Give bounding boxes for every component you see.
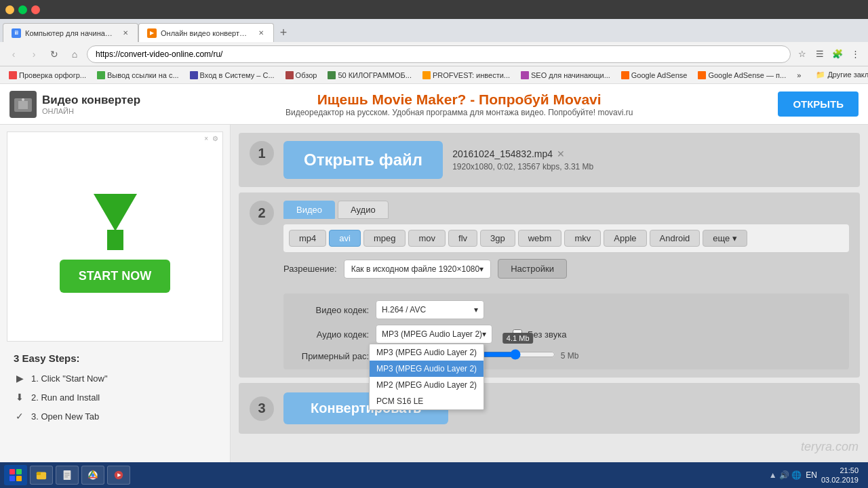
tab-close-1[interactable]: ✕ bbox=[258, 28, 265, 38]
resolution-row: Разрешение: Как в исходном файле 1920×10… bbox=[283, 259, 849, 279]
format-btn-android[interactable]: Android bbox=[650, 230, 701, 247]
forward-button[interactable]: › bbox=[26, 46, 42, 62]
header-promo: Ищешь Movie Maker? - Попробуй Movavi Вид… bbox=[150, 92, 768, 117]
easy-steps-title: 3 Easy Steps: bbox=[14, 352, 216, 364]
svg-rect-5 bbox=[9, 469, 15, 474]
open-file-button[interactable]: Открыть файл bbox=[283, 141, 443, 179]
star-icon[interactable]: ☆ bbox=[795, 47, 810, 62]
bookmark-5[interactable]: PROFVEST: инвести... bbox=[419, 70, 513, 81]
extensions-icon[interactable]: 🧩 bbox=[830, 47, 845, 62]
taskbar-media[interactable] bbox=[107, 466, 130, 485]
format-btn-apple[interactable]: Apple bbox=[604, 230, 646, 247]
other-bookmarks[interactable]: 📁 Другие закладки bbox=[812, 69, 868, 81]
video-codec-label: Видео кодек: bbox=[294, 305, 369, 315]
format-btn-avi[interactable]: avi bbox=[329, 230, 361, 247]
bookmark-label-5: PROFVEST: инвести... bbox=[433, 71, 510, 79]
size-max: 5 Mb bbox=[561, 351, 579, 361]
bookmark-8[interactable]: Google AdSense — п... bbox=[694, 70, 789, 81]
address-input[interactable] bbox=[87, 45, 791, 63]
taskbar-explorer[interactable] bbox=[30, 466, 53, 485]
site-logo: Видео конвертер ОНЛАЙН bbox=[9, 91, 140, 118]
refresh-button[interactable]: ↻ bbox=[46, 46, 62, 62]
start-now-button[interactable]: START NOW bbox=[60, 260, 171, 293]
taskbar: ▲ 🔊 🌐 EN 21:50 03.02.2019 bbox=[0, 462, 868, 488]
dropdown-item-1[interactable]: MP3 (MPEG Audio Layer 2) bbox=[370, 361, 484, 377]
ad-label: × bbox=[204, 135, 208, 142]
format-tab-video[interactable]: Видео bbox=[283, 201, 335, 219]
other-bookmarks-label: 📁 Другие закладки bbox=[816, 70, 868, 79]
taskbar-chrome[interactable] bbox=[81, 466, 104, 485]
tab-0[interactable]: 🖥 Компьютер для начинающих... ✕ bbox=[3, 23, 138, 42]
bookmark-favicon-0 bbox=[9, 71, 17, 79]
new-tab-button[interactable]: + bbox=[274, 23, 293, 42]
reader-icon[interactable]: ☰ bbox=[812, 47, 827, 62]
bookmark-7[interactable]: Google AdSense bbox=[618, 70, 691, 81]
file-meta-text: 1920x1080, 0:02, 13567 kbps, 3.31 Mb bbox=[452, 162, 593, 171]
step3-section: 3 Конвертировать bbox=[239, 383, 860, 434]
size-label: Примерный рас: bbox=[294, 351, 369, 361]
menu-icon[interactable]: ⋮ bbox=[848, 47, 863, 62]
bookmark-favicon-7 bbox=[621, 71, 629, 79]
ad-box: × ⚙ START NOW bbox=[7, 131, 223, 342]
bookmark-label-6: SEO для начинающи... bbox=[531, 71, 610, 79]
sidebar-step3: ✓ 3. Open New Tab bbox=[14, 410, 216, 422]
bookmark-favicon-3 bbox=[285, 71, 294, 79]
back-button[interactable]: ‹ bbox=[5, 46, 22, 62]
resolution-select[interactable]: Как в исходном файле 1920×1080 ▾ bbox=[344, 260, 491, 279]
bookmarks-bar: Проверка орфогр... Вывод ссылки на с... … bbox=[0, 66, 868, 84]
sidebar-step1-label: 1. Click "Start Now" bbox=[31, 373, 108, 384]
step2-section: 2 Видео Аудио mp4 avi mpeg mov bbox=[239, 192, 860, 378]
bookmark-0[interactable]: Проверка орфогр... bbox=[5, 70, 90, 81]
open-promo-button[interactable]: ОТКРЫТЬ bbox=[778, 92, 859, 117]
format-btn-webm[interactable]: webm bbox=[518, 230, 562, 247]
bookmark-label-4: 50 КИЛОГРАММОБ... bbox=[338, 71, 412, 79]
bookmark-favicon-2 bbox=[190, 71, 198, 79]
format-btn-mkv[interactable]: mkv bbox=[564, 230, 601, 247]
format-tab-audio[interactable]: Аудио bbox=[338, 201, 389, 219]
format-btn-mp4[interactable]: mp4 bbox=[289, 230, 326, 247]
page-body: × ⚙ START NOW 3 Easy Steps: ▶ 1. Click "… bbox=[0, 125, 868, 488]
bookmark-more[interactable]: » bbox=[793, 70, 804, 81]
tray-time-text: 21:50 bbox=[821, 466, 859, 475]
toolbar-icons: ☆ ☰ 🧩 ⋮ bbox=[795, 47, 863, 62]
start-button[interactable] bbox=[4, 465, 27, 485]
bookmark-2[interactable]: Вход в Систему – С... bbox=[186, 70, 278, 81]
video-codec-select[interactable]: H.264 / AVC ▾ bbox=[376, 300, 484, 319]
ad-arrow bbox=[94, 194, 137, 250]
audio-codec-select[interactable]: MP3 (MPEG Audio Layer 2) ▾ bbox=[376, 325, 492, 344]
title-bar bbox=[0, 0, 868, 19]
dropdown-item-3[interactable]: PCM S16 LE bbox=[370, 393, 484, 409]
format-btn-3gp[interactable]: 3gp bbox=[480, 230, 515, 247]
bookmark-1[interactable]: Вывод ссылки на с... bbox=[94, 70, 182, 81]
tab-close-0[interactable]: ✕ bbox=[121, 28, 130, 38]
maximize-button[interactable] bbox=[18, 5, 27, 14]
bookmark-4[interactable]: 50 КИЛОГРАММОБ... bbox=[324, 70, 415, 81]
taskbar-notepad[interactable] bbox=[56, 466, 79, 485]
dropdown-item-0[interactable]: MP3 (MPEG Audio Layer 2) bbox=[370, 344, 484, 361]
tab-1[interactable]: ▶ Онлайн видео конвертер – кон... ✕ bbox=[138, 23, 274, 42]
file-remove-button[interactable]: ✕ bbox=[557, 148, 565, 159]
settings-button[interactable]: Настройки bbox=[498, 259, 567, 279]
promo-title: Ищешь Movie Maker? - Попробуй Movavi bbox=[150, 92, 768, 108]
format-buttons: mp4 avi mpeg mov flv 3gp webm mkv Apple … bbox=[283, 224, 849, 252]
close-button[interactable] bbox=[31, 5, 40, 14]
format-btn-mov[interactable]: mov bbox=[408, 230, 446, 247]
format-btn-flv[interactable]: flv bbox=[448, 230, 477, 247]
bookmark-favicon-1 bbox=[97, 71, 105, 79]
file-name-text: 20161024_154832.mp4 bbox=[452, 148, 553, 159]
minimize-button[interactable] bbox=[5, 5, 14, 14]
sidebar-step2-label: 2. Run and Install bbox=[31, 392, 100, 403]
format-btn-mpeg[interactable]: mpeg bbox=[363, 230, 406, 247]
bookmark-6[interactable]: SEO для начинающи... bbox=[517, 70, 614, 81]
bookmark-3[interactable]: Обзор bbox=[282, 70, 321, 81]
tray-datetime: 21:50 03.02.2019 bbox=[821, 466, 859, 485]
main-content: 1 Открыть файл 20161024_154832.mp4 ✕ 192… bbox=[231, 125, 868, 488]
file-info: 20161024_154832.mp4 ✕ 1920x1080, 0:02, 1… bbox=[452, 148, 593, 171]
format-btn-more[interactable]: еще ▾ bbox=[703, 230, 747, 247]
logo-subtitle: ОНЛАЙН bbox=[42, 107, 140, 115]
step2-number: 2 bbox=[250, 201, 274, 225]
tray-date-text: 03.02.2019 bbox=[821, 475, 859, 485]
ad-settings-icon[interactable]: ⚙ bbox=[212, 135, 218, 142]
dropdown-item-2[interactable]: MP2 (MPEG Audio Layer 2) bbox=[370, 377, 484, 393]
home-button[interactable]: ⌂ bbox=[66, 46, 83, 62]
